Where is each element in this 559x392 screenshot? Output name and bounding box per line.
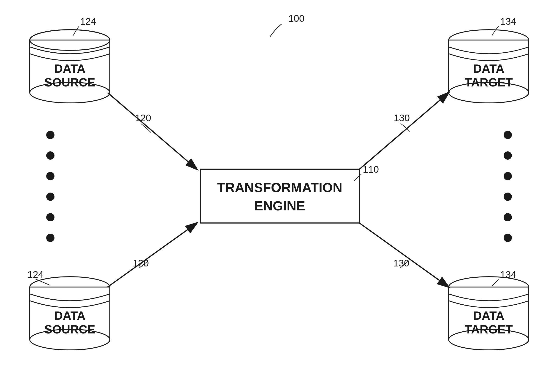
transformation-engine-label-line2: ENGINE	[254, 198, 305, 213]
dots-left-5	[46, 213, 55, 221]
svg-line-18	[359, 223, 449, 287]
data-target-top-label-line2: TARGET	[465, 76, 513, 89]
data-source-bottom-ref: 124	[28, 269, 44, 280]
transformation-engine-label-line1: TRANSFORMATION	[217, 180, 343, 195]
dots-right-6	[503, 234, 512, 242]
data-source-bottom-label-line1: DATA	[54, 309, 86, 322]
dots-left-2	[46, 151, 55, 160]
svg-line-15	[108, 93, 197, 169]
diagram-container: 100 DATA SOURCE 124 DATA TARGET 134	[0, 0, 559, 392]
dots-left-3	[46, 172, 55, 180]
dots-right-3	[503, 172, 512, 180]
data-target-top-ref: 134	[500, 16, 516, 27]
dots-left-1	[46, 131, 55, 139]
dots-right-5	[503, 213, 512, 221]
data-target-bottom-label-line2: TARGET	[465, 323, 513, 336]
dots-right-2	[503, 151, 512, 160]
dots-left-6	[46, 234, 55, 242]
dots-right-1	[503, 131, 512, 139]
arrow-target-top-ref: 130	[394, 113, 410, 123]
svg-rect-14	[200, 169, 359, 223]
data-source-bottom-label-line2: SOURCE	[44, 323, 95, 336]
data-source-top-label-line1: DATA	[54, 62, 86, 75]
svg-line-17	[108, 223, 197, 287]
dots-left-4	[46, 193, 55, 201]
svg-line-16	[359, 93, 449, 169]
data-source-top-label-line2: SOURCE	[44, 76, 95, 89]
data-source-top-ref: 124	[80, 16, 96, 27]
arrow-source-top-ref: 120	[135, 113, 151, 123]
data-target-bottom-label-line1: DATA	[473, 309, 504, 322]
system-ref-label: 100	[289, 13, 304, 24]
data-target-bottom-ref: 134	[500, 269, 516, 280]
data-target-top-label-line1: DATA	[473, 62, 504, 75]
transformation-engine-ref: 110	[363, 164, 379, 175]
dots-right-4	[503, 193, 512, 201]
